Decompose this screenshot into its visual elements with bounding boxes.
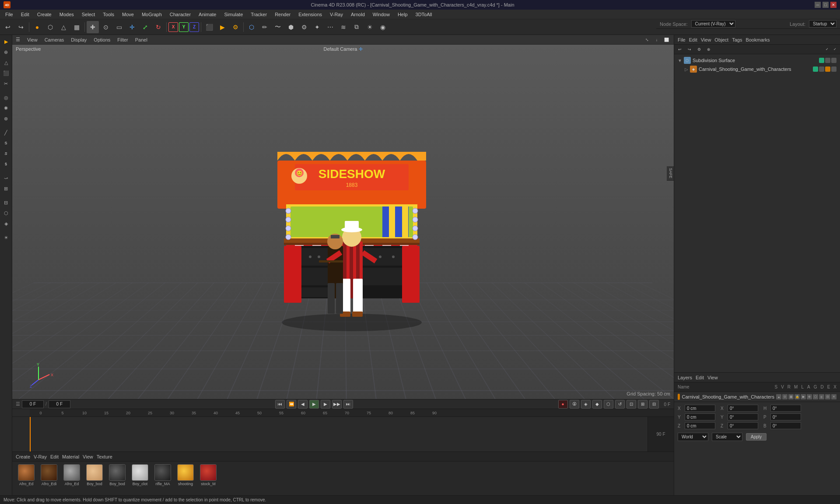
menu-render[interactable]: Render — [271, 11, 294, 18]
viewport-menu-cameras[interactable]: Cameras — [45, 37, 64, 42]
live-selection-button[interactable]: ⊙ — [100, 21, 112, 33]
om-toolbar-3[interactable]: ⚙ — [695, 46, 703, 53]
tool-layers[interactable]: ⊟ — [1, 198, 11, 207]
coord-p[interactable]: 0° — [770, 413, 801, 420]
close-button[interactable]: ✕ — [830, 2, 836, 8]
material-rifle[interactable]: rifle_MA — [152, 464, 173, 486]
viewport-icon-3[interactable]: ⬜ — [662, 36, 670, 44]
om-toolbar-4[interactable]: ⊕ — [705, 46, 713, 53]
prev-key-button[interactable]: ⏪ — [287, 400, 296, 409]
node-space-dropdown[interactable]: Current (V-Ray) — [691, 20, 735, 28]
menu-3dtoall[interactable]: 3DToAll — [412, 11, 436, 18]
minimize-button[interactable]: ─ — [815, 2, 821, 8]
coord-z-rot[interactable]: 0° — [728, 422, 758, 429]
coord-x-rot[interactable]: 0° — [728, 405, 758, 412]
effector-button[interactable]: ✦ — [311, 21, 323, 33]
menu-tracker[interactable]: Tracker — [247, 11, 270, 18]
apply-button[interactable]: Apply — [746, 433, 766, 441]
menu-help[interactable]: Help — [394, 11, 411, 18]
lm-view[interactable]: View — [707, 375, 718, 380]
tool-line[interactable]: ╱ — [1, 128, 11, 137]
tool-extrude[interactable]: ⬛ — [1, 68, 11, 78]
om-view[interactable]: View — [701, 37, 711, 42]
scale-dropdown[interactable]: Scale — [712, 433, 742, 441]
menu-vray[interactable]: V-Ray — [326, 11, 346, 18]
menu-edit[interactable]: Edit — [18, 11, 33, 18]
sel-button[interactable]: ⊡ — [626, 400, 636, 409]
menu-simulate[interactable]: Simulate — [220, 11, 246, 18]
coord-y-rot[interactable]: 0° — [728, 413, 758, 420]
menu-extensions[interactable]: Extensions — [295, 11, 326, 18]
layout-dropdown[interactable]: Startup — [809, 20, 836, 28]
edge-tab-safe[interactable]: SAFE — [667, 166, 674, 181]
tool-paint[interactable]: ◎ — [1, 93, 11, 102]
timeline-menu-hamburger[interactable]: ☰ — [16, 401, 20, 407]
menu-tools[interactable]: Tools — [99, 11, 118, 18]
coord-z-pos[interactable]: 0 cm — [685, 422, 715, 429]
tool-mesh[interactable]: ⬡ — [1, 208, 11, 218]
light-button[interactable]: ☀ — [364, 21, 376, 33]
axis-x-button[interactable]: X — [168, 22, 178, 32]
menu-select[interactable]: Select — [78, 11, 99, 18]
viewport-icon-2[interactable]: ↓ — [653, 36, 661, 44]
viewport-menu-panel[interactable]: Panel — [135, 37, 147, 42]
materials-menu-edit[interactable]: Edit — [50, 454, 59, 459]
tool-knife[interactable]: ✂ — [1, 79, 11, 88]
tool-move[interactable]: ⊕ — [1, 47, 11, 57]
redo-button[interactable]: ↪ — [15, 21, 27, 33]
move-button[interactable]: ✛ — [126, 21, 138, 33]
tool-sculpt[interactable]: ✺ — [1, 103, 11, 113]
menu-modes[interactable]: Modes — [56, 11, 77, 18]
tool-polygon[interactable]: △ — [1, 58, 11, 67]
material-boy-bod-1[interactable]: Boy_bod — [84, 464, 105, 486]
menu-animate[interactable]: Animate — [195, 11, 220, 18]
viewport-canvas[interactable]: SIDESHOW 1883 😊 — [12, 45, 674, 399]
om-view-btn-2[interactable]: ✓ — [831, 46, 838, 53]
play-button[interactable]: ▶ — [309, 400, 319, 409]
axis-z-button[interactable]: Z — [189, 22, 199, 32]
pen-button[interactable]: ✏ — [259, 21, 271, 33]
render-view-button[interactable]: ⬛ — [203, 21, 215, 33]
tool-s2[interactable]: S — [1, 149, 11, 158]
om-bookmarks[interactable]: Bookmarks — [746, 37, 770, 42]
deformer-button[interactable]: ⬢ — [285, 21, 297, 33]
materials-menu-vray[interactable]: V-Ray — [34, 454, 47, 459]
menu-character[interactable]: Character — [166, 11, 194, 18]
goto-end-button[interactable]: ⏭ — [343, 400, 353, 409]
viewport-icon-1[interactable]: ⤡ — [643, 36, 651, 44]
obj-item-subdivision[interactable]: ▼ ⬡ Subdivision Surface — [676, 56, 838, 65]
field-button[interactable]: ≋ — [337, 21, 350, 33]
layerkey-button[interactable]: ⬡ — [604, 400, 613, 409]
viewport-menu-display[interactable]: Display — [71, 37, 87, 42]
menu-window[interactable]: Window — [369, 11, 393, 18]
motion-button[interactable]: ◈ — [581, 400, 591, 409]
menu-mograph[interactable]: MoGraph — [138, 11, 165, 18]
om-object[interactable]: Object — [714, 37, 728, 42]
goto-start-button[interactable]: ⏮ — [275, 400, 285, 409]
undo-button[interactable]: ↩ — [2, 21, 14, 33]
materials-menu-material[interactable]: Material — [62, 454, 79, 459]
prev-frame-button[interactable]: ◀ — [298, 400, 308, 409]
coord-x-pos[interactable]: 0 cm — [685, 405, 715, 412]
add-object-button[interactable]: ✚ — [87, 21, 99, 33]
materials-menu-create[interactable]: Create — [16, 454, 30, 459]
viewport-menu-options[interactable]: Options — [94, 37, 110, 42]
tool-light2[interactable]: ☀ — [1, 233, 11, 242]
tool-select[interactable]: ▶ — [1, 37, 11, 46]
start-frame-field[interactable]: 0 F — [49, 400, 70, 408]
spline-button[interactable]: 〜 — [272, 21, 284, 33]
om-file[interactable]: File — [678, 37, 686, 42]
camera-button[interactable]: ⧉ — [350, 21, 363, 33]
next-frame-button[interactable]: ▶▶ — [332, 400, 342, 409]
snap-button[interactable]: ⊟ — [649, 400, 659, 409]
material-stock[interactable]: stock_M — [198, 464, 219, 486]
materials-menu-texture[interactable]: Texture — [97, 454, 112, 459]
obj-item-carnival[interactable]: ▷ ◆ Carnival_Shooting_Game_with_Characte… — [676, 65, 838, 74]
material-afro-ed-2[interactable]: Afro_Edi — [38, 464, 60, 486]
timeline-content[interactable]: 90 F — [12, 417, 674, 452]
viewport-menu-hamburger[interactable]: ☰ — [16, 37, 20, 42]
maximize-button[interactable]: □ — [822, 2, 829, 8]
lock-button[interactable]: ⊞ — [638, 400, 648, 409]
material-boy-clot[interactable]: Boy_clot — [130, 464, 150, 486]
viewport-menu-view[interactable]: View — [27, 37, 38, 42]
